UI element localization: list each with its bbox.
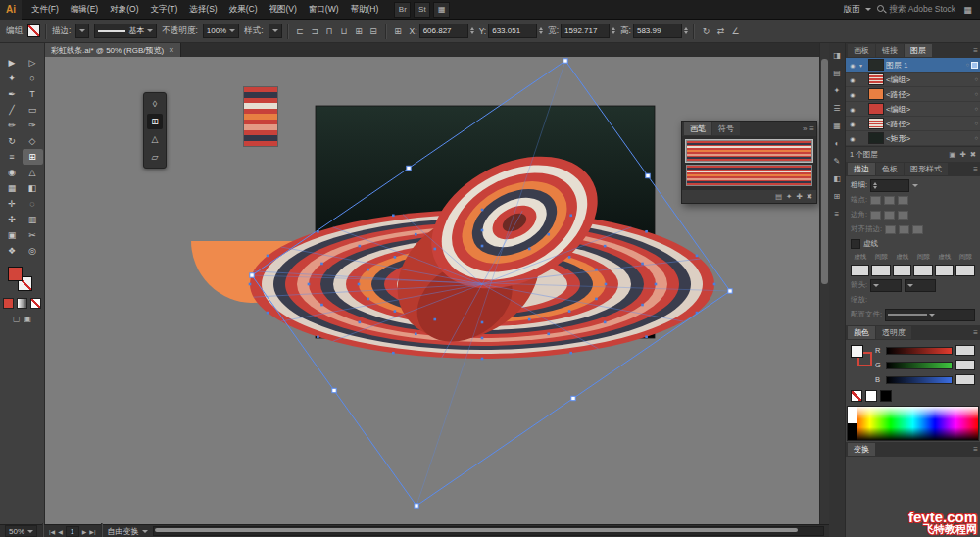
cap-butt-icon[interactable] [870,196,881,205]
panel-icon[interactable]: ▤ [833,69,841,77]
stripe-swatch-art[interactable] [243,86,278,147]
color-tab[interactable]: 透明度 [876,326,911,339]
tool-width[interactable]: ≡ [2,149,23,165]
y-stepper[interactable] [539,27,543,34]
current-tool-indicator[interactable]: 自由变换 [108,526,148,537]
artboard-number-field[interactable]: 1 [66,526,79,537]
fill-color-chip[interactable] [27,24,40,37]
panel-icon[interactable]: ◨ [833,51,841,60]
align-center-icon[interactable] [885,225,896,234]
document-tab[interactable]: 彩虹线条.ai* @ 50% (RGB/预览) × [45,43,181,57]
horizontal-scrollbar-thumb[interactable] [155,528,798,532]
app-icon[interactable]: St [414,2,430,18]
stroke-tab[interactable]: 描边 [848,163,875,175]
white-swatch[interactable] [865,390,877,402]
dash-input[interactable] [893,265,912,276]
align-icon[interactable]: ⊓ [323,24,336,37]
brush-definition-select[interactable]: 基本 [94,24,157,38]
artboard-nav-button[interactable]: ▶ [82,528,87,535]
tool-blend[interactable]: ◌ [23,196,43,212]
channel-slider[interactable] [886,347,953,355]
layer-row[interactable]: ◉<矩形>○ [846,131,980,146]
tool-type[interactable]: T [23,86,43,102]
dash-input[interactable] [871,265,891,276]
style-select[interactable] [269,24,282,38]
panel-menu-icon[interactable]: ≡ [973,328,978,337]
brushes-panel-button[interactable]: ✦ [786,192,792,201]
align-icon[interactable]: ⊞ [353,24,366,37]
transform-tab[interactable]: 变换 [848,443,875,456]
chevron-down-icon[interactable] [912,184,918,187]
width-stepper[interactable] [612,27,615,34]
layers-tab[interactable]: 图层 [905,44,932,57]
brushes-panel-button[interactable]: ▤ [775,192,782,201]
panel-menu-icon[interactable]: ≡ [809,124,814,133]
grid-icon[interactable]: ▦ [961,3,974,16]
x-input[interactable]: 606.827 [419,24,468,38]
fill-chip[interactable] [851,345,863,358]
horizontal-scrollbar[interactable] [153,526,824,536]
tool-mesh[interactable]: ▦ [2,180,23,196]
dashed-line-checkbox[interactable] [851,239,860,249]
stroke-tab[interactable]: 图形样式 [905,163,948,175]
menu-item[interactable]: 窗口(W) [303,0,345,20]
channel-slider[interactable] [886,376,953,384]
tool-hand[interactable]: ❖ [2,243,23,259]
brushes-tab[interactable]: 符号 [712,122,740,135]
width-input[interactable]: 1592.717 [561,24,610,38]
tool-selection[interactable]: ▶ [2,55,23,71]
layers-panel-button[interactable]: ✖ [970,150,976,159]
transform-icon[interactable]: ∠ [729,24,742,37]
panel-icon[interactable]: ≡ [835,210,840,219]
tool-rotate[interactable]: ↻ [2,133,23,149]
menu-item[interactable]: 文字(T) [144,0,183,20]
tool-lasso[interactable]: ○ [23,71,43,86]
menu-item[interactable]: 对象(O) [104,0,144,20]
panel-menu-icon[interactable]: ≡ [973,445,978,454]
tool-shape-builder[interactable]: ◉ [2,165,23,180]
target-icon[interactable]: ○ [974,106,978,112]
brush-item[interactable] [686,165,812,186]
join-miter-icon[interactable] [870,211,881,220]
eye-icon[interactable]: ◉ [848,76,858,83]
close-icon[interactable]: × [169,45,173,55]
stroke-weight-select[interactable] [75,24,89,38]
tool-scale[interactable]: ◇ [23,133,43,149]
stroke-tab[interactable]: 色板 [876,163,904,175]
align-inside-icon[interactable] [899,225,909,234]
screen-mode-icon[interactable]: ▣ [24,315,32,323]
artboard-nav-button[interactable]: |◀ [49,528,55,535]
tool-artboard[interactable]: ▣ [2,227,23,243]
tool-eyedropper[interactable]: ✛ [2,196,23,212]
target-icon[interactable]: ○ [974,91,978,97]
cap-round-icon[interactable] [884,196,895,205]
tool-rectangle[interactable]: ▭ [23,102,43,118]
target-icon[interactable]: ○ [974,135,978,141]
channel-value-input[interactable] [956,360,975,370]
vertical-scrollbar[interactable] [819,43,829,524]
layer-row[interactable]: ◉<路径>○ [846,117,980,131]
color-spectrum[interactable] [847,406,979,441]
dash-input[interactable] [851,265,870,276]
tool-zoom[interactable]: ◎ [23,243,43,259]
menu-item[interactable]: 视图(V) [264,0,303,20]
none-button[interactable] [30,298,41,309]
menu-item[interactable]: 编辑(E) [65,0,104,20]
brushes-tab[interactable]: 画笔 [684,122,711,135]
layers-tab[interactable]: 画板 [848,44,875,57]
panel-icon[interactable]: ☰ [833,104,840,113]
workspace-switcher[interactable]: 版面 [843,4,859,16]
height-stepper[interactable] [684,27,688,34]
panel-icon[interactable]: ✎ [834,157,841,166]
stock-search[interactable]: 搜索 Adobe Stock [877,4,956,16]
dash-input[interactable] [935,265,955,276]
tool-magic-wand[interactable]: ✦ [2,71,23,86]
layers-tab[interactable]: 链接 [876,44,904,57]
grayscale-ramp[interactable] [848,407,858,440]
eye-icon[interactable]: ◉ [848,91,858,98]
menu-item[interactable]: 文件(F) [25,0,65,20]
panel-icon[interactable]: ▦ [833,122,841,130]
layer-row[interactable]: ◉<路径>○ [846,87,980,102]
layer-row[interactable]: ◉<编组>○ [846,102,980,117]
tool-slice[interactable]: ✂ [23,227,43,243]
